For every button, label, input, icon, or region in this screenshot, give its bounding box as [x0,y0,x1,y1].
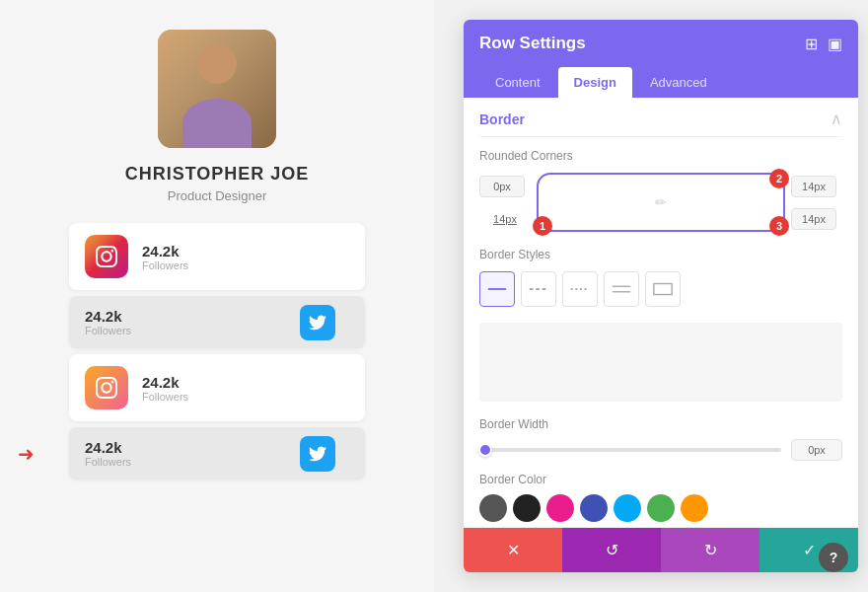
border-style-solid[interactable] [479,271,515,307]
save-icon: ✓ [803,541,816,559]
corner-badge-3: 3 [769,216,789,236]
social-label-4: Followers [85,456,131,468]
arrow-indicator: ➜ [18,442,35,466]
edit-pencil-icon: ✏ [655,194,667,210]
redo-icon: ↻ [704,541,717,559]
corner-badge-2: 2 [769,169,789,188]
social-stats-4: 24.2k Followers [85,439,131,468]
corner-badge-1: 1 [533,216,552,236]
border-width-thumb[interactable] [478,443,492,457]
border-preview-area [479,323,842,402]
color-swatch-orange[interactable] [681,494,708,522]
border-width-slider-row [479,439,842,461]
tab-design[interactable]: Design [558,67,632,98]
instagram-pink-icon [85,235,128,278]
color-swatch-black[interactable] [513,494,541,522]
corner-bottom-left-value: 14px [479,213,531,225]
border-styles-row [479,271,842,307]
border-style-double[interactable] [604,271,639,307]
avatar-image [158,30,276,148]
svg-rect-0 [488,288,506,290]
profile-name: CHRISTOPHER JOE [125,164,310,185]
twitter-blue-icon-1 [300,305,335,340]
border-width-track[interactable] [479,448,781,452]
right-panel: Row Settings ⊞ ▣ Content Design Advanced… [464,20,858,572]
panel-title: Row Settings [479,34,586,53]
undo-icon: ↺ [606,541,618,559]
cancel-icon: ✕ [507,541,520,559]
social-label-3: Followers [142,391,188,403]
corners-grid: ✏ 1 2 3 14px [479,173,842,232]
corner-top-right-input[interactable] [791,176,836,197]
tab-advanced[interactable]: Advanced [634,67,723,98]
social-count-1: 24.2k [142,243,188,259]
layout-icon[interactable]: ▣ [828,35,842,53]
border-section-title: Border [479,111,525,127]
tabs-bar: Content Design Advanced [464,67,858,98]
rounded-corners-label: Rounded Corners [479,149,842,163]
undo-button[interactable]: ↺ [562,528,661,572]
border-section-header: Border ∧ [479,98,842,137]
profile-title: Product Designer [168,188,266,203]
border-styles-label: Border Styles [479,248,842,261]
social-card-instagram-pink: 24.2k Followers [69,223,365,290]
corner-bottom-right-input[interactable] [791,208,836,230]
social-count-2: 24.2k [85,308,131,325]
border-color-label: Border Color [479,473,842,486]
panel-content: Border ∧ Rounded Corners ✏ 1 2 [464,98,858,527]
avatar [158,30,276,148]
panel-header-icons: ⊞ ▣ [805,35,842,53]
left-panel: CHRISTOPHER JOE Product Designer 24.2k F… [0,0,434,592]
social-count-3: 24.2k [142,374,188,391]
corner-bottom-left: 14px [479,213,531,225]
border-width-input[interactable] [791,439,842,461]
social-card-twitter-1: 24.2k Followers [69,296,365,348]
social-count-4: 24.2k [85,439,131,456]
arrow-right-icon: ➜ [18,442,35,466]
corner-top-left-input[interactable] [479,176,525,197]
cancel-button[interactable]: ✕ [464,528,562,572]
instagram-orange-icon [85,366,128,409]
bottom-toolbar: ✕ ↺ ↻ ✓ [464,527,858,572]
color-swatches [479,494,842,522]
section-collapse-icon[interactable]: ∧ [831,110,842,128]
color-swatch-pink[interactable] [546,494,574,522]
social-card-instagram-orange: 24.2k Followers [69,354,365,421]
social-cards: 24.2k Followers 24.2k Followers 24.2k Fo… [69,223,365,485]
panel-header: Row Settings ⊞ ▣ [464,20,858,67]
social-card-twitter-2: ➜ 24.2k Followers [69,427,365,480]
twitter-blue-icon-2 [300,436,335,472]
social-stats-2: 24.2k Followers [85,308,131,336]
border-style-dotted[interactable] [562,271,598,307]
corner-bottom-right [791,208,842,230]
grid-icon[interactable]: ⊞ [805,35,818,53]
corner-top-left [479,176,531,197]
corner-preview-box: ✏ 1 2 3 [537,173,785,232]
color-swatch-indigo[interactable] [580,494,608,522]
social-stats-3: 24.2k Followers [142,374,188,403]
border-style-groove[interactable] [645,271,681,307]
social-stats-1: 24.2k Followers [142,243,188,271]
border-style-dashed[interactable] [521,271,556,307]
border-width-label: Border Width [479,417,842,431]
color-swatch-dark[interactable] [479,494,507,522]
corner-top-right [791,176,842,197]
social-label-2: Followers [85,325,131,336]
help-icon[interactable]: ? [819,543,848,572]
svg-rect-5 [654,284,672,295]
color-swatch-green[interactable] [647,494,675,522]
color-swatch-lightblue[interactable] [614,494,641,522]
redo-button[interactable]: ↻ [661,528,760,572]
social-label-1: Followers [142,259,188,271]
tab-content[interactable]: Content [479,67,556,98]
